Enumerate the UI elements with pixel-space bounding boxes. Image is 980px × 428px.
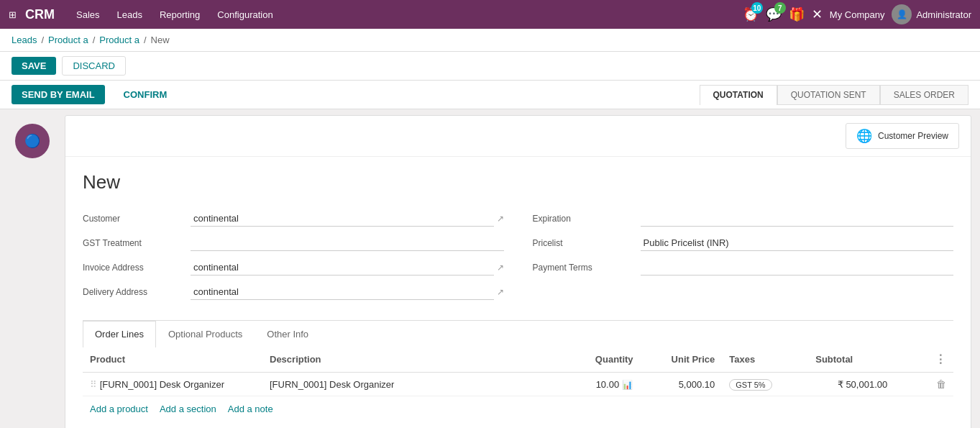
- left-avatar-area: 🔵: [0, 109, 65, 428]
- form-card: 🌐 Customer Preview New Customer ↗: [65, 115, 971, 428]
- input-invoice[interactable]: [191, 260, 494, 276]
- delete-row-icon[interactable]: 🗑: [936, 378, 946, 390]
- breadcrumb-product-a-2[interactable]: Product a: [99, 35, 139, 45]
- chat-icon[interactable]: 💬 7: [766, 6, 782, 22]
- value-customer: ↗: [191, 211, 504, 227]
- label-pricelist: Pricelist: [533, 238, 633, 248]
- form-row-gst: GST Treatment: [83, 235, 504, 251]
- form-grid: Customer ↗ GST Treatment: [83, 211, 953, 309]
- confirm-button[interactable]: CONFIRM: [114, 85, 178, 104]
- chat-badge: 7: [774, 2, 786, 14]
- send-email-button[interactable]: SEND BY EMAIL: [12, 85, 105, 104]
- col-header-unit-price: Unit Price: [650, 347, 722, 373]
- cell-taxes: GST 5%: [722, 373, 808, 396]
- cell-delete: 🗑: [894, 373, 953, 396]
- action-bar: SAVE DISCARD: [0, 52, 980, 81]
- cell-description[interactable]: [FURN_0001] Desk Organizer: [262, 373, 578, 396]
- user-avatar: 👤: [892, 4, 912, 24]
- activity-badge: 10: [751, 2, 763, 14]
- breadcrumb-current: New: [151, 35, 170, 45]
- nav-leads[interactable]: Leads: [110, 5, 150, 24]
- select-gst[interactable]: [191, 235, 504, 251]
- value-payment-terms: [641, 260, 954, 276]
- col-header-description: Description: [262, 347, 578, 373]
- col-header-taxes: Taxes: [722, 347, 808, 373]
- cell-product: ⠿ [FURN_0001] Desk Organizer: [83, 373, 262, 396]
- tab-other-info[interactable]: Other Info: [255, 321, 321, 347]
- table-row: ⠿ [FURN_0001] Desk Organizer [FURN_0001]…: [83, 373, 953, 396]
- breadcrumb-product-a-1[interactable]: Product a: [48, 35, 88, 45]
- form-row-customer: Customer ↗: [83, 211, 504, 227]
- nav-reporting[interactable]: Reporting: [152, 5, 207, 24]
- table-options-icon[interactable]: ⋮: [935, 353, 946, 365]
- breadcrumb: Leads / Product a / Product a / New: [0, 29, 980, 52]
- tab-order-lines[interactable]: Order Lines: [83, 321, 156, 347]
- customer-preview-button[interactable]: 🌐 Customer Preview: [846, 123, 959, 149]
- form-row-delivery: Delivery Address ↗: [83, 284, 504, 300]
- cell-subtotal: ₹ 50,001.00: [808, 373, 894, 396]
- main-content: 🔵 🌐 Customer Preview New Customer: [0, 109, 980, 428]
- drag-handle-icon[interactable]: ⠿: [90, 379, 97, 390]
- status-steps: QUOTATION QUOTATION SENT SALES ORDER: [700, 85, 968, 105]
- form-card-header: 🌐 Customer Preview: [65, 116, 971, 157]
- user-name: Administrator: [916, 9, 971, 20]
- form-row-invoice: Invoice Address ↗: [83, 260, 504, 276]
- select-payment-terms[interactable]: [641, 260, 954, 276]
- input-customer[interactable]: [191, 211, 494, 227]
- navbar: ⊞ CRM Sales Leads Reporting Configuratio…: [0, 0, 980, 29]
- external-link-icon-invoice[interactable]: ↗: [497, 263, 504, 273]
- customer-preview-label: Customer Preview: [878, 131, 948, 141]
- col-header-actions: ⋮: [894, 347, 953, 373]
- form-left-col: Customer ↗ GST Treatment: [83, 211, 504, 309]
- breadcrumb-leads[interactable]: Leads: [12, 35, 37, 45]
- external-link-icon-delivery[interactable]: ↗: [497, 287, 504, 297]
- tax-badge[interactable]: GST 5%: [729, 379, 771, 391]
- record-avatar[interactable]: 🔵: [15, 124, 50, 158]
- nav-company[interactable]: My Company: [830, 9, 885, 20]
- cell-unit-price[interactable]: 5,000.10: [650, 373, 722, 396]
- label-gst: GST Treatment: [83, 238, 183, 248]
- nav-user[interactable]: 👤 Administrator: [892, 4, 971, 24]
- nav-sales[interactable]: Sales: [69, 5, 107, 24]
- form-row-payment-terms: Payment Terms: [533, 260, 954, 276]
- external-link-icon-customer[interactable]: ↗: [497, 214, 504, 224]
- brand-name: CRM: [25, 7, 55, 22]
- add-product-link[interactable]: Add a product: [90, 404, 148, 414]
- activity-icon[interactable]: ⏰ 10: [743, 6, 759, 22]
- label-payment-terms: Payment Terms: [533, 263, 633, 273]
- form-row-expiration: Expiration: [533, 211, 954, 227]
- select-expiration[interactable]: [641, 211, 954, 227]
- value-pricelist: Public Pricelist (INR): [641, 235, 954, 251]
- close-icon[interactable]: ✕: [812, 6, 823, 22]
- label-invoice: Invoice Address: [83, 263, 183, 273]
- col-header-quantity: Quantity: [578, 347, 650, 373]
- status-quotation-sent[interactable]: QUOTATION SENT: [777, 85, 880, 105]
- nav-configuration[interactable]: Configuration: [210, 5, 280, 24]
- tabs-bar: Order Lines Optional Products Other Info: [83, 320, 953, 347]
- form-title: New: [83, 171, 953, 193]
- form-right-col: Expiration Pricelist Public Pricelist: [533, 211, 954, 309]
- form-row-pricelist: Pricelist Public Pricelist (INR): [533, 235, 954, 251]
- quantity-value[interactable]: 10.00: [596, 379, 620, 390]
- form-body: New Customer ↗ GST Treatment: [65, 157, 971, 428]
- navbar-right: ⏰ 10 💬 7 🎁 ✕ My Company 👤 Administrator: [743, 4, 971, 24]
- save-button[interactable]: SAVE: [12, 57, 56, 75]
- add-note-link[interactable]: Add a note: [228, 404, 273, 414]
- order-table: Product Description Quantity Unit Price …: [83, 347, 953, 396]
- status-quotation[interactable]: QUOTATION: [700, 85, 777, 105]
- add-section-link[interactable]: Add a section: [160, 404, 216, 414]
- forecast-icon[interactable]: 📊: [622, 380, 633, 390]
- gift-icon[interactable]: 🎁: [789, 6, 805, 22]
- input-delivery[interactable]: [191, 284, 494, 300]
- grid-icon[interactable]: ⊞: [9, 9, 17, 20]
- status-bar: SEND BY EMAIL CONFIRM QUOTATION QUOTATIO…: [0, 81, 980, 109]
- label-delivery: Delivery Address: [83, 287, 183, 297]
- tab-optional-products[interactable]: Optional Products: [156, 321, 255, 347]
- globe-icon: 🌐: [856, 128, 872, 144]
- product-name[interactable]: [FURN_0001] Desk Organizer: [100, 379, 224, 390]
- value-expiration: [641, 211, 954, 227]
- status-sales-order[interactable]: SALES ORDER: [880, 85, 968, 105]
- value-invoice: ↗: [191, 260, 504, 276]
- select-pricelist[interactable]: Public Pricelist (INR): [641, 235, 954, 251]
- discard-button[interactable]: DISCARD: [62, 56, 126, 76]
